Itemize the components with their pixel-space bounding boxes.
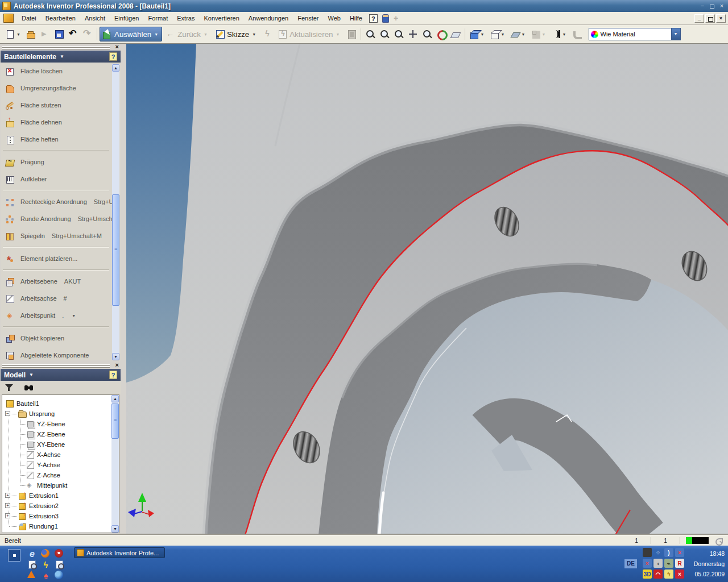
- graphics-3d-icon[interactable]: 3D: [643, 569, 652, 579]
- menu-ansicht[interactable]: Ansicht: [80, 13, 110, 23]
- feature-item-decal[interactable]: Aufkleber: [1, 171, 121, 188]
- feature-item-stitch-surface[interactable]: Fläche heften: [1, 131, 121, 148]
- hidden-edge-display-button[interactable]: ▼: [488, 27, 508, 41]
- tree-node-xzebene[interactable]: XZ-Ebene: [2, 429, 111, 439]
- zoom-all-button[interactable]: [363, 27, 377, 41]
- feature-item-work-point[interactable]: Arbeitspunkt.▼: [1, 307, 121, 324]
- doc-search-icon[interactable]: [27, 560, 37, 569]
- show-desktop-button[interactable]: [8, 549, 20, 562]
- chevron-down-icon[interactable]: ▼: [520, 32, 527, 36]
- restore-button[interactable]: [710, 5, 714, 9]
- feature-item-copy-object[interactable]: Objekt kopieren: [1, 330, 121, 347]
- save-button[interactable]: [52, 27, 66, 41]
- expand-icon[interactable]: +: [5, 493, 10, 498]
- mdi-minimize-button[interactable]: _: [694, 14, 704, 23]
- model-panel-dragbar[interactable]: ×: [1, 363, 120, 369]
- select-tool-button[interactable]: Auswählen▼: [100, 27, 162, 41]
- component-opacity-button[interactable]: ▼: [529, 27, 549, 41]
- menu-format[interactable]: Format: [143, 13, 172, 23]
- chevron-down-icon[interactable]: ▼: [251, 32, 257, 36]
- undo-button[interactable]: [67, 27, 80, 41]
- tree-node-extrusion1[interactable]: Extrusion1: [2, 490, 111, 501]
- chevron-down-icon[interactable]: ▼: [561, 32, 568, 36]
- menu-konvertieren[interactable]: Konvertieren: [199, 13, 243, 23]
- tree-node-rundung1[interactable]: Rundung1: [2, 521, 111, 531]
- menu-extras[interactable]: Extras: [172, 13, 199, 23]
- feature-item-work-plane[interactable]: ArbeitsebeneAKUT: [1, 273, 121, 290]
- features-panel-header[interactable]: Bauteilelemente ▼ ?: [1, 51, 121, 63]
- mdi-close-button[interactable]: ×: [716, 14, 726, 23]
- menu-bearbeiten[interactable]: Bearbeiten: [41, 13, 80, 23]
- zoom-in-out-button[interactable]: [392, 27, 406, 41]
- close-button[interactable]: ×: [718, 3, 726, 10]
- tree-node-extrusion3[interactable]: Extrusion3: [2, 511, 111, 521]
- tree-node-xyebene[interactable]: XY-Ebene: [2, 439, 111, 450]
- chevron-down-icon[interactable]: ▼: [60, 54, 64, 59]
- chevron-down-icon[interactable]: ▼: [29, 372, 34, 377]
- tree-node-zachse[interactable]: Z-Achse: [2, 470, 111, 480]
- menu-fenster[interactable]: Fenster: [293, 13, 323, 23]
- assistant-icon[interactable]: [382, 14, 389, 23]
- scroll-up-icon[interactable]: ▲: [112, 64, 119, 72]
- tree-node-extrusion2[interactable]: Extrusion2: [2, 501, 111, 511]
- launch-button[interactable]: [38, 27, 52, 41]
- network-wireless-icon[interactable]: ): [664, 548, 673, 557]
- filter-icon[interactable]: [5, 384, 14, 392]
- help-icon[interactable]: ?: [369, 14, 378, 23]
- analysis-button[interactable]: [570, 27, 584, 41]
- title-bar[interactable]: Autodesk Inventor Professional 2008 - [B…: [0, 0, 728, 12]
- local-update-button[interactable]: [260, 27, 274, 41]
- taskbar-task-button[interactable]: Autodesk Inventor Profe...: [74, 547, 165, 558]
- scroll-down-icon[interactable]: ▼: [111, 525, 119, 533]
- features-scroll-thumb[interactable]: [112, 194, 119, 306]
- feature-item-delete-face[interactable]: Fläche löschen: [1, 63, 121, 80]
- open-file-button[interactable]: [24, 27, 38, 41]
- update-tool-button[interactable]: Aktualisieren▼: [275, 27, 344, 41]
- tree-node-ursprung[interactable]: Ursprung: [2, 409, 111, 419]
- red-app-icon[interactable]: [55, 549, 63, 558]
- redo-button[interactable]: [81, 27, 94, 41]
- model-panel-help-icon[interactable]: ?: [109, 371, 117, 379]
- doc-search2-icon[interactable]: [55, 560, 64, 569]
- volume-icon[interactable]: ◖: [653, 559, 663, 568]
- chevron-down-icon[interactable]: ▼: [541, 32, 547, 36]
- chevron-down-icon[interactable]: ▼: [15, 32, 22, 36]
- features-panel-help-icon[interactable]: ?: [109, 52, 117, 61]
- tree-node-xachse[interactable]: X-Achse: [2, 450, 111, 460]
- new-file-button[interactable]: ▼: [3, 27, 23, 41]
- antivirus-shield-icon[interactable]: ×: [675, 569, 684, 579]
- model-panel-close-icon[interactable]: ×: [115, 361, 119, 368]
- collapse-icon[interactable]: −: [5, 411, 10, 416]
- inactive-dots-icon[interactable]: ⁘: [653, 548, 663, 557]
- perspective-camera-button[interactable]: ▼: [549, 27, 569, 41]
- features-panel-close-icon[interactable]: ×: [115, 43, 119, 50]
- feature-item-emboss[interactable]: Prägung: [1, 153, 121, 171]
- scroll-down-icon[interactable]: ▼: [112, 353, 119, 360]
- feature-item-trim-surface[interactable]: Fläche stutzen: [1, 97, 121, 114]
- minimize-button[interactable]: −: [698, 3, 706, 10]
- ground-shadow-button[interactable]: ▼: [508, 27, 528, 41]
- feature-item-circ-pattern[interactable]: Runde AnordnungStrg+Umscha: [1, 210, 121, 227]
- shaded-display-button[interactable]: ▼: [468, 27, 487, 41]
- model-panel-header[interactable]: Modell ▼ ?: [1, 369, 121, 381]
- feature-item-derived-component[interactable]: Abgeleitete Komponente: [1, 347, 121, 360]
- cone-icon[interactable]: [27, 571, 35, 578]
- zoom-window-button[interactable]: [378, 27, 391, 41]
- menu-web[interactable]: Web: [323, 13, 345, 23]
- chevron-down-icon[interactable]: ▼: [202, 32, 209, 36]
- feature-item-extend-surface[interactable]: Fläche dehnen: [1, 114, 121, 131]
- features-scrollbar[interactable]: ▲ ▼: [112, 64, 119, 360]
- menu-anwendungen[interactable]: Anwendungen: [244, 13, 293, 23]
- lightning-tool-icon[interactable]: ϟ: [664, 569, 673, 579]
- lightning-doc-icon[interactable]: ϟ: [41, 560, 51, 569]
- menu-einfgen[interactable]: Einfügen: [110, 13, 143, 23]
- usb-device-icon[interactable]: ⌁: [664, 559, 673, 568]
- look-at-button[interactable]: [449, 27, 462, 41]
- network-offline-2-icon[interactable]: ×: [643, 559, 652, 568]
- language-indicator[interactable]: DE: [624, 559, 637, 568]
- tree-scroll-thumb[interactable]: [111, 404, 119, 439]
- spade-icon[interactable]: ♠: [41, 571, 51, 580]
- chevron-down-icon[interactable]: ▼: [671, 28, 680, 40]
- blue-app-icon[interactable]: [55, 571, 63, 579]
- chevron-down-icon[interactable]: ▼: [479, 32, 486, 36]
